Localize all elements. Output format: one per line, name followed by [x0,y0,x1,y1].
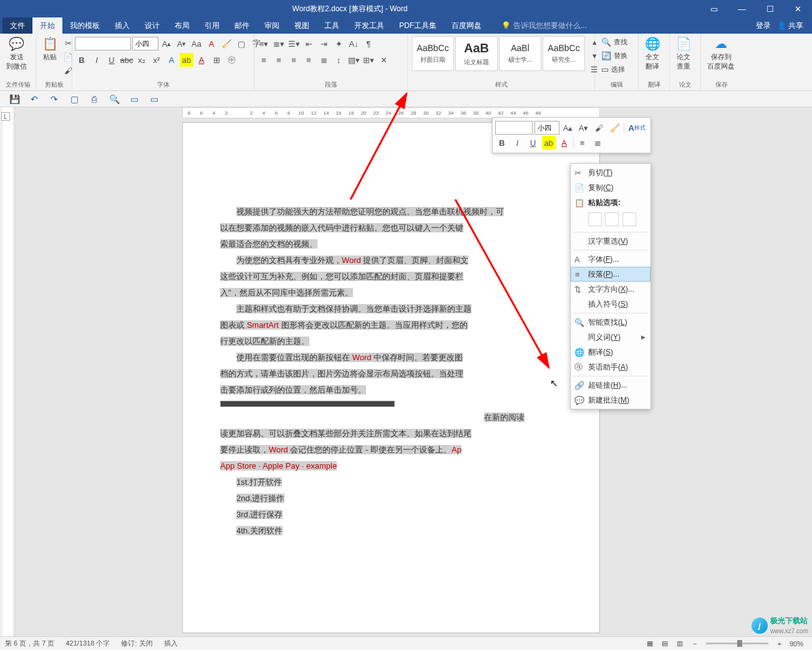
circled-char-button[interactable]: ㊥ [225,53,238,67]
mini-bullets[interactable]: ≡ [576,136,589,150]
char-shading-button[interactable]: ⊞ [210,53,223,67]
doc-text[interactable]: Ap [452,445,462,454]
qat-btn[interactable]: 🔍 [106,93,122,105]
mini-styles-button[interactable]: A样式 [626,121,648,135]
ribbon-options-icon[interactable]: ▭ [700,0,728,17]
ctx-paragraph[interactable]: ≡段落(P)... [571,267,650,282]
login-link[interactable]: 登录 [756,21,771,31]
maximize-button[interactable]: ☐ [756,0,784,17]
doc-text[interactable]: 档的方式，请单击该图片，图片旁边将会显示布局选项按钮。当处理 [220,369,463,378]
qat-btn[interactable]: ▢ [66,93,82,105]
style-master[interactable]: AaBl硕士学... [499,36,541,71]
doc-text[interactable]: 在新的阅读 [484,413,524,422]
paste-button[interactable]: 📋 粘贴 [39,35,61,63]
text-effects-button[interactable]: A [165,53,178,67]
shrink-font-button[interactable]: A▾ [175,37,188,50]
mini-font-combo[interactable] [495,121,533,135]
ctx-english-assist[interactable]: ⓐ英语助手(A) [571,360,650,375]
translate-button[interactable]: 🌐全文 翻译 [641,35,664,72]
doc-text[interactable]: 主题和样式也有助于文档保持协调。当您单击设计并选择新的主题 [236,304,471,313]
tab-review[interactable]: 审阅 [257,17,287,34]
document-scroll[interactable]: 8642246810121416182022242628303234363840… [15,107,812,636]
tab-layout[interactable]: 布局 [167,17,197,34]
status-words[interactable]: 421/1318 个字 [65,639,110,648]
style-gallery[interactable]: AaBbCc封面日期 AaB论文标题 AaBl硕士学... AaBbCc研究生.… [410,35,586,72]
replace-button[interactable]: 🔄替换 [597,49,631,62]
view-web-layout[interactable]: ▥ [672,639,687,648]
tab-mytemplate[interactable]: 我的模板 [62,17,107,34]
zoom-in-button[interactable]: + [772,640,787,648]
view-read-mode[interactable]: ▦ [642,639,657,648]
qat-btn[interactable]: ▭ [146,93,162,105]
doc-text[interactable]: 这些设计可互为补充。例如，您可以添加匹配的封面、页眉和提要栏 [220,272,463,281]
ctx-hyperlink[interactable]: 🔗超链接(H)... [571,378,650,393]
font-size-combo[interactable] [132,37,158,50]
status-page[interactable]: 第 6 页，共 7 页 [5,639,54,648]
mini-font-color[interactable]: A [558,136,571,150]
tab-file[interactable]: 文件 [2,17,32,34]
doc-text[interactable]: 使用在需要位置出现的新按钮在 [236,353,352,362]
mini-size-combo[interactable] [534,121,559,135]
ctx-text-direction[interactable]: ⇅文字方向(X)... [571,282,650,297]
clear-format-button[interactable]: 🧹 [220,37,233,50]
strike-button[interactable]: abc [120,53,133,67]
select-button[interactable]: ▭选择 [597,62,631,76]
indent-left-button[interactable]: ⇤ [302,37,316,50]
mini-clear-format[interactable]: 🧹 [608,121,622,135]
indent-right-button[interactable]: ⇥ [317,37,331,50]
status-revision[interactable]: 修订: 关闭 [121,639,152,648]
doc-text[interactable]: 视频提供了功能强大的方法帮助您证明您的观点。当您单击联机视频时，可 [236,207,504,216]
list-item[interactable]: 4th.关闭软件 [236,526,283,535]
minimize-button[interactable]: ― [728,0,756,17]
tab-developer[interactable]: 开发工具 [347,17,392,34]
list-item[interactable]: 1st.打开软件 [236,477,282,487]
align-justify-button[interactable]: ≡ [302,53,316,67]
close-button[interactable]: ✕ [784,0,812,17]
zoom-slider[interactable] [706,643,768,644]
doc-text[interactable]: 会记住您的停止位置 - 即使在另一个设备上。 [288,445,452,454]
tab-pdftools[interactable]: PDF工具集 [392,17,444,34]
share-button[interactable]: 👤 共享 [777,21,803,31]
doc-text[interactable]: 读更加容易。可以折叠文档某些部分并关注所需文本。如果在达到结尾 [220,429,471,438]
list-item[interactable]: 2nd.进行操作 [236,494,284,503]
phonetic-button[interactable]: A [205,37,218,50]
subscript-button[interactable]: x₂ [135,53,148,67]
tab-insert[interactable]: 插入 [107,17,137,34]
asian-layout-button[interactable]: ✦ [332,37,346,50]
find-button[interactable]: 🔍查找 [597,35,631,49]
doc-text[interactable]: 行更改以匹配新的主题。 [220,337,309,346]
document-page[interactable]: 视频提供了功能强大的方法帮助您证明您的观点。当您单击联机视频时，可 以在想要添加… [182,122,600,633]
highlight-button[interactable]: ab [180,53,193,67]
doc-text[interactable]: 入"，然后从不同库中选择所需元素。 [220,288,353,297]
char-border-button[interactable]: ▢ [234,37,248,50]
font-family-combo[interactable] [75,37,131,50]
tab-baidu[interactable]: 百度网盘 [444,17,489,34]
doc-text[interactable]: SmartArt [247,320,279,330]
doc-text[interactable]: 要停止读取， [220,445,269,454]
send-to-wechat-button[interactable]: 💬 发送 到微信 [2,35,31,72]
distribute-button[interactable]: ≣ [317,53,331,67]
numbering-button[interactable]: ≣▾ [272,37,286,50]
tab-design[interactable]: 设计 [137,17,167,34]
doc-text[interactable]: Word [352,353,372,362]
redo-button[interactable]: ↷ [46,93,62,105]
paste-text-only-icon[interactable] [622,213,636,226]
italic-button[interactable]: I [90,53,104,67]
multilevel-button[interactable]: ☰▾ [287,37,301,50]
qat-btn[interactable]: ⎙ [86,93,102,105]
tab-view[interactable]: 视图 [287,17,317,34]
bold-button[interactable]: B [75,53,89,67]
doc-text[interactable]: 索最适合您的文档的视频。 [220,239,317,249]
align-left-button[interactable]: ≡ [257,53,271,67]
show-marks-button[interactable]: ¶ [362,37,375,50]
mini-grow-font[interactable]: A▴ [561,121,575,135]
mini-shrink-font[interactable]: A▾ [577,121,591,135]
tell-me-search[interactable]: 💡 告诉我您想要做什么... [489,17,756,34]
bullets-button[interactable]: ≡▾ [257,37,271,50]
mini-format-painter[interactable]: 🖌 [592,121,606,135]
tab-mail[interactable]: 邮件 [227,17,257,34]
underline-button[interactable]: U [105,53,118,67]
ctx-translate[interactable]: 🌐翻译(S) [571,345,650,360]
change-case-button[interactable]: Aa [190,37,203,50]
thesis-check-button[interactable]: 📄论文 查重 [672,35,695,72]
